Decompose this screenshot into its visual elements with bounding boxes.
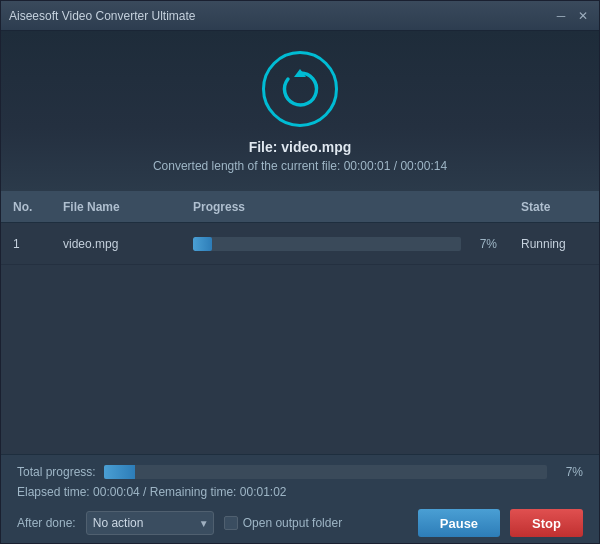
minimize-button[interactable]: ─ <box>553 8 569 24</box>
time-row: Elapsed time: 00:00:04 / Remaining time:… <box>17 485 583 499</box>
convert-icon-wrapper <box>260 49 340 129</box>
table-row: 1 video.mpg 7% Running <box>1 223 599 265</box>
title-bar: Aiseesoft Video Converter Ultimate ─ ✕ <box>1 1 599 31</box>
cell-state: Running <box>509 237 599 251</box>
col-no: No. <box>1 200 51 214</box>
app-title: Aiseesoft Video Converter Ultimate <box>9 9 196 23</box>
row-progress-bar <box>193 237 461 251</box>
refresh-icon <box>278 67 322 111</box>
total-progress-text: 7% <box>555 465 583 479</box>
row-progress-text: 7% <box>469 237 497 251</box>
stop-button[interactable]: Stop <box>510 509 583 537</box>
after-done-select[interactable]: No action Open output folder Shut down H… <box>86 511 214 535</box>
total-progress-fill <box>104 465 135 479</box>
converted-length-label: Converted length of the current file: 00… <box>153 159 447 173</box>
file-table: No. File Name Progress State 1 video.mpg… <box>1 191 599 454</box>
cell-no: 1 <box>1 237 51 251</box>
file-info: File: video.mpg Converted length of the … <box>153 139 447 173</box>
col-progress: Progress <box>181 200 509 214</box>
close-button[interactable]: ✕ <box>575 8 591 24</box>
elapsed-time-label: Elapsed time: 00:00:04 / Remaining time:… <box>17 485 287 499</box>
after-done-label: After done: <box>17 516 76 530</box>
row-progress-fill <box>193 237 212 251</box>
total-progress-bar <box>104 465 547 479</box>
file-name-label: File: video.mpg <box>153 139 447 155</box>
table-header: No. File Name Progress State <box>1 191 599 223</box>
convert-icon-ring <box>262 51 338 127</box>
total-progress-row: Total progress: 7% <box>17 465 583 479</box>
after-done-row: After done: No action Open output folder… <box>17 509 583 537</box>
window-controls: ─ ✕ <box>553 8 591 24</box>
cell-progress: 7% <box>181 237 509 251</box>
total-progress-label: Total progress: <box>17 465 96 479</box>
open-folder-checkbox-wrapper[interactable]: Open output folder <box>224 516 342 530</box>
header-area: File: video.mpg Converted length of the … <box>1 31 599 191</box>
bottom-panel: Total progress: 7% Elapsed time: 00:00:0… <box>1 454 599 544</box>
main-content: File: video.mpg Converted length of the … <box>1 31 599 544</box>
col-state: State <box>509 200 599 214</box>
cell-filename: video.mpg <box>51 237 181 251</box>
after-done-select-wrapper[interactable]: No action Open output folder Shut down H… <box>86 511 214 535</box>
open-folder-label: Open output folder <box>243 516 342 530</box>
pause-button[interactable]: Pause <box>418 509 500 537</box>
col-filename: File Name <box>51 200 181 214</box>
open-folder-checkbox[interactable] <box>224 516 238 530</box>
empty-rows <box>1 265 599 405</box>
